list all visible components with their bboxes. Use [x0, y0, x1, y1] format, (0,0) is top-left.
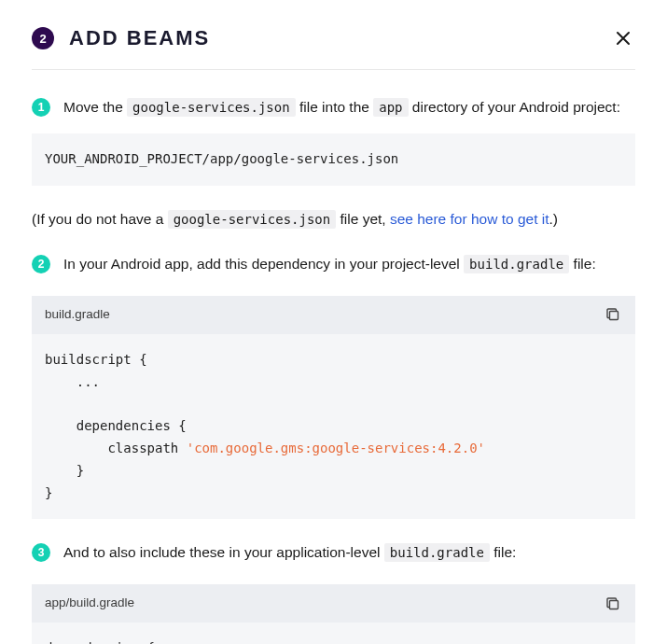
get-json-link[interactable]: see here for how to get it [390, 211, 549, 227]
inline-code: app [373, 98, 408, 117]
code-line: classpath [45, 441, 187, 455]
code-header-1: build.gradle [32, 296, 635, 334]
step-badge: 2 [32, 255, 50, 273]
inline-code: google-services.json [168, 210, 337, 229]
code-line: } [45, 485, 52, 500]
step-badge: 1 [32, 98, 50, 117]
copy-button[interactable] [604, 595, 622, 613]
step-2: 2 In your Android app, add this dependen… [32, 253, 635, 275]
text: file: [490, 544, 516, 560]
text: file yet, [336, 211, 390, 227]
code-block-2: dependencies { ... [32, 623, 635, 644]
copy-icon [605, 307, 620, 322]
svg-rect-1 [610, 600, 618, 609]
page-title: ADD BEAMS [69, 26, 210, 50]
step-3: 3 And to also include these in your appl… [32, 541, 635, 564]
header: 2 ADD BEAMS [32, 26, 635, 70]
text: And to also include these in your applic… [63, 544, 384, 560]
text: file: [569, 256, 595, 272]
code-line: dependencies { [45, 418, 187, 433]
code-string: 'com.google.gms:google-services:4.2.0' [187, 441, 485, 455]
close-button[interactable] [611, 26, 635, 50]
code-line: dependencies { [45, 640, 155, 644]
step-3-text: And to also include these in your applic… [63, 541, 635, 564]
code-block-1: buildscript { ... dependencies { classpa… [32, 334, 635, 520]
section-number-badge: 2 [32, 27, 54, 49]
content: 1 Move the google-services.json file int… [32, 96, 635, 644]
note-paragraph: (If you do not have a google-services.js… [32, 208, 635, 231]
step-1-text: Move the google-services.json file into … [63, 96, 635, 119]
svg-rect-0 [610, 312, 618, 320]
code-header-2: app/build.gradle [32, 584, 635, 623]
text: directory of your Android project: [409, 99, 620, 115]
text: (If you do not have a [32, 211, 168, 227]
inline-code: build.gradle [464, 255, 569, 273]
code-filename: build.gradle [45, 305, 110, 325]
text: Move the [63, 99, 127, 115]
step-2-text: In your Android app, add this dependency… [63, 253, 635, 275]
copy-icon [605, 596, 620, 611]
close-icon [615, 30, 632, 47]
code-line: } [45, 463, 84, 478]
copy-button[interactable] [604, 305, 622, 324]
path-code-block: YOUR_ANDROID_PROJECT/app/google-services… [32, 133, 635, 186]
header-left: 2 ADD BEAMS [32, 26, 210, 50]
step-badge: 3 [32, 543, 50, 562]
inline-code: build.gradle [384, 543, 490, 562]
code-filename: app/build.gradle [45, 594, 134, 613]
code-line: ... [45, 374, 100, 389]
text: file into the [296, 99, 374, 115]
text: .) [549, 211, 558, 227]
code-line: buildscript { [45, 352, 147, 367]
inline-code: google-services.json [127, 98, 296, 117]
step-1: 1 Move the google-services.json file int… [32, 96, 635, 119]
text: In your Android app, add this dependency… [63, 256, 464, 272]
